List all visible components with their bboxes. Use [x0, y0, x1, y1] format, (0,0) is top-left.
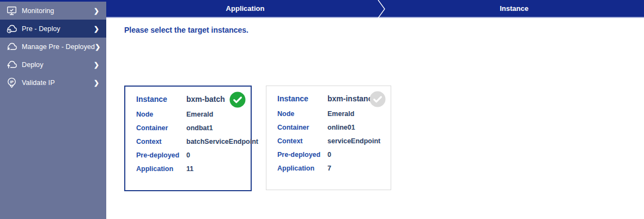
- row-label: Pre-deployed: [136, 151, 186, 159]
- row-label: Application: [136, 165, 186, 173]
- row-value: 11: [186, 165, 193, 173]
- card-row-application: Application 7: [277, 165, 383, 172]
- sidebar-item-validate-ip[interactable]: IP Validate IP ❯: [0, 74, 106, 92]
- cloud-gauge-icon: [6, 23, 17, 34]
- chevron-right-icon: ❯: [94, 26, 99, 32]
- step-label: Application: [226, 4, 265, 13]
- sidebar-item-label: Deploy: [22, 61, 44, 69]
- row-value: bxm-batch: [186, 95, 225, 104]
- row-label: Instance: [136, 95, 186, 104]
- row-label: Application: [277, 165, 327, 172]
- row-label: Container: [136, 124, 186, 132]
- card-row-context: Context batchServiceEndpoint: [136, 138, 243, 145]
- row-value: Emerald: [186, 111, 213, 118]
- chevron-right-icon: ❯: [95, 44, 100, 50]
- wizard-stepper: Application Instance: [106, 0, 644, 18]
- card-row-node: Node Emerald: [277, 110, 383, 118]
- instance-card-list: Instance bxm-batch Node Emerald Containe…: [124, 86, 644, 191]
- card-row-pre-deployed: Pre-deployed 0: [136, 151, 243, 159]
- card-row-node: Node Emerald: [136, 111, 243, 118]
- row-value: ondbat1: [186, 124, 213, 132]
- monitor-check-icon: [6, 5, 17, 16]
- cloud-remove-icon: [6, 41, 17, 52]
- sidebar-item-monitoring[interactable]: Monitoring ❯: [0, 2, 106, 20]
- row-label: Container: [277, 124, 327, 131]
- row-label: Node: [136, 111, 186, 118]
- row-value: 7: [327, 165, 331, 172]
- row-value: serviceEndpoint: [327, 137, 380, 145]
- content-area: Please select the target instances. Inst…: [106, 18, 644, 191]
- card-row-instance: Instance bxm-batch: [136, 95, 243, 104]
- card-row-container: Container online01: [277, 124, 383, 131]
- main-panel: Application Instance Please select the t…: [106, 0, 644, 219]
- instance-card-bxm-batch[interactable]: Instance bxm-batch Node Emerald Containe…: [124, 86, 252, 191]
- card-row-pre-deployed: Pre-deployed 0: [277, 151, 383, 159]
- row-label: Pre-deployed: [277, 151, 327, 159]
- sidebar-item-label: Manage Pre - Deployed: [22, 43, 95, 51]
- card-row-instance: Instance bxm-instance: [277, 94, 383, 103]
- chevron-right-icon: ❯: [94, 8, 99, 14]
- row-label: Node: [277, 110, 327, 118]
- sidebar-item-label: Pre - Deploy: [22, 25, 60, 33]
- row-value: batchServiceEndpoint: [186, 138, 258, 145]
- card-row-container: Container ondbat1: [136, 124, 243, 132]
- stepper-step-instance[interactable]: Instance: [384, 0, 644, 17]
- page-instruction: Please select the target instances.: [124, 26, 644, 34]
- row-value: 0: [186, 151, 190, 159]
- stepper-step-application[interactable]: Application: [106, 0, 384, 17]
- check-circle-icon: [369, 91, 386, 107]
- card-row-context: Context serviceEndpoint: [277, 137, 383, 145]
- svg-text:IP: IP: [10, 80, 14, 84]
- row-value: 0: [327, 151, 331, 159]
- row-label: Context: [277, 137, 327, 145]
- ip-pin-icon: IP: [6, 77, 17, 88]
- step-label: Instance: [500, 4, 528, 13]
- sidebar-item-deploy[interactable]: Deploy ❯: [0, 56, 106, 74]
- sidebar-item-manage-pre-deployed[interactable]: Manage Pre - Deployed ❯: [0, 38, 106, 56]
- check-circle-icon: [229, 92, 246, 108]
- chevron-right-icon: ❯: [94, 80, 99, 86]
- row-label: Instance: [277, 94, 327, 103]
- row-value: online01: [327, 124, 355, 131]
- sidebar-item-pre-deploy[interactable]: Pre - Deploy ❯: [0, 20, 106, 38]
- chevron-right-icon: ❯: [94, 62, 99, 68]
- card-row-application: Application 11: [136, 165, 243, 173]
- sidebar-item-label: Monitoring: [22, 7, 54, 15]
- row-value: Emerald: [327, 110, 354, 118]
- row-label: Context: [136, 138, 186, 145]
- sidebar: Monitoring ❯ Pre - Deploy ❯ Manage Pre -…: [0, 0, 106, 219]
- cloud-upload-icon: [6, 59, 17, 70]
- sidebar-item-label: Validate IP: [22, 79, 55, 87]
- instance-card-bxm-instance[interactable]: Instance bxm-instance Node Emerald Conta…: [266, 86, 391, 190]
